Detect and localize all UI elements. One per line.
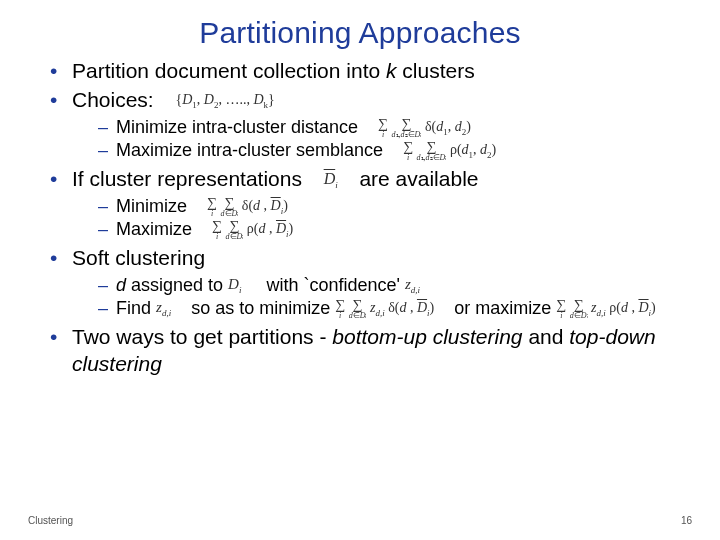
math-rep-min: ∑i ∑d∈Dᵢ δ(d , Di) xyxy=(207,197,288,217)
text: If cluster representations xyxy=(72,167,302,190)
slide-number: 16 xyxy=(681,515,692,526)
bullet-soft-clustering: Soft clustering d assigned to Di with `c… xyxy=(50,245,680,320)
math-set: {D1, D2, ….., Dk} xyxy=(175,93,274,110)
math-soft-max: ∑i ∑d∈Dᵢ zd,i ρ(d , Di) xyxy=(556,299,655,319)
text: Maximize intra-cluster semblance xyxy=(116,140,383,160)
text: clusters xyxy=(397,59,475,82)
sublist-choices: Minimize intra-cluster distance ∑i ∑d₁,d… xyxy=(98,116,680,162)
math-zdi2: zd,i xyxy=(156,300,171,318)
sub-min-distance: Minimize intra-cluster distance ∑i ∑d₁,d… xyxy=(98,116,680,139)
text: or maximize xyxy=(449,298,556,318)
text: so as to minimize xyxy=(186,298,335,318)
text: Soft clustering xyxy=(72,246,205,269)
bullet-choices: Choices: {D1, D2, ….., Dk} Minimize intr… xyxy=(50,87,680,162)
text: and xyxy=(523,325,570,348)
math-dbar: Di xyxy=(324,171,338,190)
slide-title: Partitioning Approaches xyxy=(40,16,680,50)
text: Find xyxy=(116,298,156,318)
text: Partition document collection into xyxy=(72,59,386,82)
text: Choices: xyxy=(72,88,154,111)
bullet-two-ways: Two ways to get partitions - bottom-up c… xyxy=(50,324,680,378)
bullet-representations: If cluster representations Di are availa… xyxy=(50,166,680,241)
math-max-semblance: ∑i ∑d₁,d₂∈Dᵢ ρ(d1, d2) xyxy=(403,141,496,161)
math-rep-max: ∑i ∑d∈Dᵢ ρ(d , Di) xyxy=(212,220,293,240)
bullet-partition: Partition document collection into k clu… xyxy=(50,58,680,85)
sub-rep-max: Maximize ∑i ∑d∈Dᵢ ρ(d , Di) xyxy=(98,218,680,241)
text-bottom-up: bottom-up clustering xyxy=(332,325,522,348)
text: assigned to xyxy=(126,275,228,295)
sub-rep-min: Minimize ∑i ∑d∈Dᵢ δ(d , Di) xyxy=(98,195,680,218)
sublist-soft: d assigned to Di with `confidence' zd,i … xyxy=(98,274,680,320)
text: Minimize intra-cluster distance xyxy=(116,117,358,137)
math-di: Di xyxy=(228,277,241,295)
text: Minimize xyxy=(116,196,187,216)
text: are available xyxy=(359,167,478,190)
math-min-distance: ∑i ∑d₁,d₂∈Dᵢ δ(d1, d2) xyxy=(378,118,471,138)
sublist-rep: Minimize ∑i ∑d∈Dᵢ δ(d , Di) Maximize ∑i … xyxy=(98,195,680,241)
text: Maximize xyxy=(116,219,192,239)
slide: Partitioning Approaches Partition docume… xyxy=(0,0,720,540)
sub-soft-find: Find zd,i so as to minimize ∑i ∑d∈Dᵢ zd,… xyxy=(98,297,680,320)
footer-left: Clustering xyxy=(28,515,73,526)
text: with `confidence' xyxy=(261,275,405,295)
sub-max-semblance: Maximize intra-cluster semblance ∑i ∑d₁,… xyxy=(98,139,680,162)
bullet-list: Partition document collection into k clu… xyxy=(50,58,680,377)
math-soft-min: ∑i ∑d∈Dᵢ zd,i δ(d , Di) xyxy=(335,299,434,319)
sub-soft-assign: d assigned to Di with `confidence' zd,i xyxy=(98,274,680,297)
text: Two ways to get partitions - xyxy=(72,325,332,348)
var-d: d xyxy=(116,275,126,295)
math-zdi: zd,i xyxy=(405,277,420,295)
var-k: k xyxy=(386,59,397,82)
